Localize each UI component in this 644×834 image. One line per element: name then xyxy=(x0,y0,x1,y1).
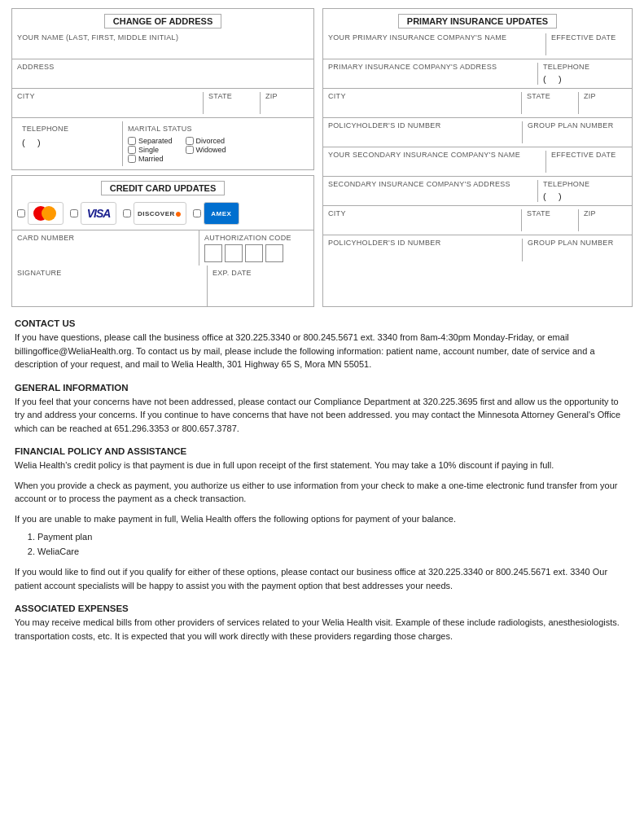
auth-code-field: AUTHORIZATION CODE xyxy=(199,230,313,266)
widowed-option[interactable]: Widowed xyxy=(186,146,226,154)
payment-option-2: WeliaCare xyxy=(37,545,629,560)
mastercard-logo xyxy=(28,202,64,225)
single-checkbox[interactable] xyxy=(128,146,136,154)
secondary-company-row: YOUR SECONDARY INSURANCE COMPANY'S NAME … xyxy=(323,147,632,177)
primary-policy-row: POLICYHOLDER'S ID NUMBER GROUP PLAN NUMB… xyxy=(323,118,632,147)
visa-checkbox[interactable] xyxy=(70,209,78,217)
visa-logo: VISA xyxy=(81,202,116,225)
bottom-content: CONTACT US If you have questions, please… xyxy=(11,318,633,643)
discover-logo: DISCOVER● xyxy=(134,202,186,225)
primary-city-row: CITY STATE ZIP xyxy=(323,89,632,118)
secondary-zip: ZIP xyxy=(578,209,627,231)
financial-policy-para4: If you would like to find out if you qua… xyxy=(15,565,629,592)
telephone-field: TELEPHONE ( ) xyxy=(17,121,123,166)
credit-card-panel: CREDIT CARD UPDATES VIS xyxy=(11,175,314,307)
exp-date-field: EXP. DATE xyxy=(208,266,313,306)
contact-us-heading: CONTACT US xyxy=(15,318,629,328)
divorced-option[interactable]: Divorced xyxy=(186,137,226,145)
primary-policy-id: POLICYHOLDER'S ID NUMBER xyxy=(328,121,522,143)
married-option[interactable]: Married xyxy=(128,155,173,163)
contact-us-text: If you have questions, please call the b… xyxy=(15,331,629,371)
primary-effective-date: EFFECTIVE DATE xyxy=(545,33,627,55)
auth-box-4 xyxy=(265,244,283,262)
associated-expenses-heading: ASSOCIATED EXPENSES xyxy=(15,604,629,613)
visa-item: VISA xyxy=(70,202,116,225)
financial-policy-heading: FINANCIAL POLICY AND ASSISTANCE xyxy=(15,446,629,456)
general-info-text: If you feel that your concerns have not … xyxy=(15,395,629,436)
auth-box-3 xyxy=(245,244,263,262)
auth-box-2 xyxy=(225,244,243,262)
city-field: CITY xyxy=(17,92,203,114)
secondary-city: CITY xyxy=(328,209,521,231)
auth-box-1 xyxy=(204,244,222,262)
associated-expenses-text: You may receive medical bills from other… xyxy=(15,616,629,643)
telephone-marital-row: TELEPHONE ( ) MARITAL STATUS Separated xyxy=(12,118,313,169)
amex-logo: AMEX xyxy=(204,202,239,225)
card-number-field: CARD NUMBER xyxy=(12,230,199,266)
mastercard-item xyxy=(17,202,64,225)
widowed-checkbox[interactable] xyxy=(186,146,194,154)
insurance-panel: PRIMARY INSURANCE UPDATES YOUR PRIMARY I… xyxy=(322,8,633,307)
discover-item: DISCOVER● xyxy=(123,202,186,225)
address-label: ADDRESS xyxy=(17,63,309,71)
amex-item: AMEX xyxy=(193,202,239,225)
marital-col-1: Separated Single Married xyxy=(128,137,173,163)
secondary-policy-row: POLICYHOLDER'S ID NUMBER GROUP PLAN NUMB… xyxy=(323,235,632,265)
primary-company-name: YOUR PRIMARY INSURANCE COMPANY'S NAME xyxy=(328,33,545,55)
single-option[interactable]: Single xyxy=(128,146,173,154)
financial-policy-para2: When you provide a check as payment, you… xyxy=(15,479,629,506)
separated-checkbox[interactable] xyxy=(128,137,136,145)
primary-city: CITY xyxy=(328,92,521,114)
secondary-address: SECONDARY INSURANCE COMPANY'S ADDRESS xyxy=(328,180,537,202)
secondary-state: STATE xyxy=(521,209,578,231)
primary-address-row: PRIMARY INSURANCE COMPANY'S ADDRESS TELE… xyxy=(323,59,632,89)
secondary-address-row: SECONDARY INSURANCE COMPANY'S ADDRESS TE… xyxy=(323,177,632,206)
primary-state: STATE xyxy=(521,92,578,114)
financial-policy-para3: If you are unable to make payment in ful… xyxy=(15,512,629,526)
signature-field: SIGNATURE xyxy=(12,266,208,306)
auth-code-boxes xyxy=(204,244,309,262)
change-of-address-panel: CHANGE OF ADDRESS YOUR NAME (Last, First… xyxy=(11,8,314,170)
general-info-heading: GENERAL INFORMATION xyxy=(15,383,629,393)
primary-telephone: TELEPHONE ( ) xyxy=(537,63,627,85)
primary-group-plan: GROUP PLAN NUMBER xyxy=(522,121,627,143)
payment-options-list: Payment plan WeliaCare xyxy=(37,530,629,559)
financial-policy-para1: Welia Health's credit policy is that pay… xyxy=(15,459,629,472)
marital-col-2: Divorced Widowed xyxy=(186,137,226,163)
amex-checkbox[interactable] xyxy=(193,209,201,217)
signature-exp-row: SIGNATURE EXP. DATE xyxy=(12,266,313,306)
credit-card-title: CREDIT CARD UPDATES xyxy=(101,181,226,195)
secondary-telephone: TELEPHONE ( ) xyxy=(537,180,627,202)
secondary-city-row: CITY STATE ZIP xyxy=(323,206,632,235)
card-number-auth-row: CARD NUMBER AUTHORIZATION CODE xyxy=(12,230,313,266)
change-of-address-title: CHANGE OF ADDRESS xyxy=(104,14,221,29)
name-label: YOUR NAME (Last, First, Middle Initial) xyxy=(17,33,309,42)
separated-option[interactable]: Separated xyxy=(128,137,173,145)
state-field: STATE xyxy=(203,92,260,114)
married-checkbox[interactable] xyxy=(128,155,136,163)
secondary-policy-id: POLICYHOLDER'S ID NUMBER xyxy=(328,239,522,261)
zip-field: ZIP xyxy=(260,92,309,114)
secondary-effective-date: EFFECTIVE DATE xyxy=(545,151,627,173)
secondary-group-plan: GROUP PLAN NUMBER xyxy=(522,239,627,261)
divorced-checkbox[interactable] xyxy=(186,137,194,145)
mastercard-checkbox[interactable] xyxy=(17,209,25,217)
address-field: ADDRESS xyxy=(12,59,313,89)
secondary-company-name: YOUR SECONDARY INSURANCE COMPANY'S NAME xyxy=(328,151,545,173)
primary-address: PRIMARY INSURANCE COMPANY'S ADDRESS xyxy=(328,63,537,85)
insurance-title: PRIMARY INSURANCE UPDATES xyxy=(398,14,557,29)
marital-status-field: MARITAL STATUS Separated Single xyxy=(123,121,309,166)
name-field: YOUR NAME (Last, First, Middle Initial) xyxy=(12,30,313,59)
primary-company-row: YOUR PRIMARY INSURANCE COMPANY'S NAME EF… xyxy=(323,30,632,59)
payment-option-1: Payment plan xyxy=(37,530,629,545)
primary-zip: ZIP xyxy=(578,92,627,114)
city-state-zip-row: CITY STATE ZIP xyxy=(12,89,313,118)
card-logos-row: VISA DISCOVER● AMEX xyxy=(12,197,313,230)
discover-checkbox[interactable] xyxy=(123,209,131,217)
